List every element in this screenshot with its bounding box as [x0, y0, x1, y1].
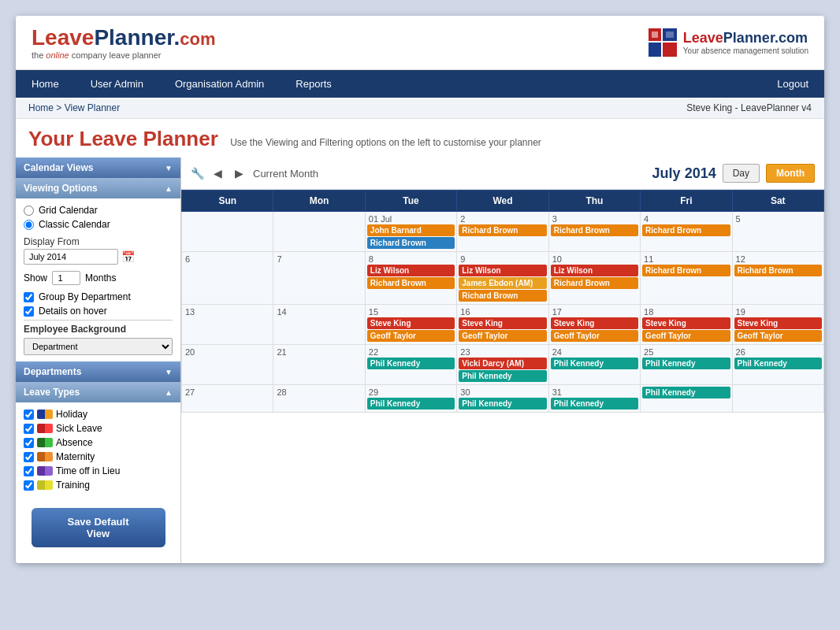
event-bar[interactable]: Vicki Darcy (AM) — [459, 358, 546, 369]
day-view-button[interactable]: Day — [723, 164, 760, 183]
calendar-day-cell[interactable]: 28 — [273, 385, 365, 413]
calendar-day-cell[interactable]: 21 — [273, 345, 365, 385]
calendar-day-cell[interactable]: 27 — [182, 385, 273, 413]
event-bar[interactable]: Richard Brown — [551, 277, 638, 289]
event-bar[interactable]: Phil Kennedy — [642, 358, 730, 369]
month-view-button[interactable]: Month — [766, 164, 815, 183]
event-bar[interactable]: Phil Kennedy — [551, 398, 638, 410]
nav-logout[interactable]: Logout — [761, 70, 824, 98]
leave-type-checkbox-3[interactable] — [24, 452, 34, 462]
event-bar[interactable]: Phil Kennedy — [367, 358, 455, 369]
calendar-day-cell[interactable]: 3Richard Brown — [548, 212, 640, 252]
calendar-day-cell[interactable]: 13 — [182, 305, 273, 345]
event-bar[interactable]: Geoff Taylor — [459, 330, 546, 342]
event-bar[interactable]: Richard Brown — [642, 265, 730, 276]
calendar-day-cell[interactable]: 19Steve KingGeoff Taylor — [732, 305, 823, 345]
event-bar[interactable]: Steve King — [367, 317, 455, 329]
calendar-day-cell[interactable]: 15Steve KingGeoff Taylor — [365, 305, 456, 345]
breadcrumb-home[interactable]: Home — [28, 102, 54, 113]
calendar-day-cell[interactable]: 7 — [273, 252, 365, 305]
event-bar[interactable]: Richard Brown — [459, 224, 546, 236]
calendar-day-cell[interactable]: 11Richard Brown — [641, 252, 732, 305]
leave-type-checkbox-1[interactable] — [24, 424, 34, 434]
employee-bg-select[interactable]: Department — [24, 338, 173, 355]
calendar-day-cell[interactable]: 6 — [182, 252, 273, 305]
group-by-dept-item[interactable]: Group By Department — [24, 291, 173, 302]
calendar-day-cell[interactable]: 22Phil Kennedy — [365, 345, 456, 385]
calendar-day-cell[interactable] — [732, 385, 823, 413]
event-bar[interactable]: Phil Kennedy — [459, 370, 546, 382]
event-bar[interactable]: John Barnard — [367, 224, 455, 236]
calendar-day-cell[interactable] — [182, 212, 273, 252]
event-bar[interactable]: Phil Kennedy — [367, 398, 455, 410]
nav-reports[interactable]: Reports — [280, 70, 348, 98]
nav-home[interactable]: Home — [16, 70, 75, 98]
event-bar[interactable]: Phil Kennedy — [459, 398, 546, 410]
nav-user-admin[interactable]: User Admin — [75, 70, 159, 98]
calendar-day-cell[interactable]: 25Phil Kennedy — [641, 345, 732, 385]
nav-org-admin[interactable]: Organisation Admin — [159, 70, 280, 98]
event-bar[interactable]: Richard Brown — [367, 277, 455, 289]
event-bar[interactable]: James Ebdon (AM) — [459, 277, 546, 289]
save-default-view-button[interactable]: Save DefaultView — [32, 508, 165, 547]
calendar-day-cell[interactable]: 4Richard Brown — [641, 212, 732, 252]
details-on-hover-checkbox[interactable] — [24, 306, 34, 317]
event-bar[interactable]: Richard Brown — [642, 224, 730, 236]
event-bar[interactable]: Phil Kennedy — [642, 387, 730, 398]
leave-types-header[interactable]: Leave Types ▲ — [16, 382, 180, 402]
event-bar[interactable]: Geoff Taylor — [551, 330, 638, 342]
calendar-day-cell[interactable]: 9Liz WilsonJames Ebdon (AM)Richard Brown — [457, 252, 548, 305]
event-bar[interactable]: Phil Kennedy — [551, 358, 638, 369]
event-bar[interactable]: Liz Wilson — [551, 265, 638, 276]
calendar-icon[interactable]: 📅 — [121, 250, 135, 263]
radio-classic-calendar[interactable]: Classic Calendar — [24, 219, 173, 230]
event-bar[interactable]: Geoff Taylor — [642, 330, 730, 342]
calendar-day-cell[interactable]: 26Phil Kennedy — [732, 345, 823, 385]
calendar-day-cell[interactable]: 2Richard Brown — [457, 212, 548, 252]
calendar-day-cell[interactable]: 14 — [273, 305, 365, 345]
radio-grid-input[interactable] — [24, 206, 34, 216]
calendar-day-cell[interactable] — [273, 212, 365, 252]
calendar-day-cell[interactable]: 24Phil Kennedy — [548, 345, 640, 385]
calendar-day-cell[interactable]: 18Steve KingGeoff Taylor — [641, 305, 732, 345]
leave-type-checkbox-4[interactable] — [24, 466, 34, 476]
calendar-day-cell[interactable]: 5 — [732, 212, 823, 252]
calendar-day-cell[interactable]: Phil Kennedy — [641, 385, 732, 413]
event-bar[interactable]: Steve King — [642, 317, 730, 329]
calendar-day-cell[interactable]: 30Phil Kennedy — [457, 385, 548, 413]
calendar-day-cell[interactable]: 8Liz WilsonRichard Brown — [365, 252, 456, 305]
event-bar[interactable]: Steve King — [551, 317, 638, 329]
prev-month-arrow[interactable]: ◀ — [210, 165, 225, 181]
calendar-day-cell[interactable]: 31Phil Kennedy — [548, 385, 640, 413]
leave-type-checkbox-2[interactable] — [24, 438, 34, 448]
event-bar[interactable]: Geoff Taylor — [734, 330, 822, 342]
leave-type-checkbox-5[interactable] — [24, 480, 34, 491]
event-bar[interactable]: Steve King — [734, 317, 822, 329]
calendar-day-cell[interactable]: 29Phil Kennedy — [365, 385, 456, 413]
event-bar[interactable]: Geoff Taylor — [367, 330, 455, 342]
event-bar[interactable]: Liz Wilson — [367, 265, 455, 276]
leave-type-checkbox-0[interactable] — [24, 410, 34, 420]
departments-header[interactable]: Departments ▼ — [16, 361, 180, 382]
viewing-options-header[interactable]: Viewing Options ▲ — [16, 178, 180, 198]
event-bar[interactable]: Steve King — [459, 317, 546, 329]
next-month-arrow[interactable]: ▶ — [232, 165, 247, 181]
months-input[interactable] — [52, 271, 80, 285]
calendar-day-cell[interactable]: 23Vicki Darcy (AM)Phil Kennedy — [457, 345, 548, 385]
event-bar[interactable]: Richard Brown — [551, 224, 638, 236]
calendar-day-cell[interactable]: 20 — [182, 345, 273, 385]
radio-classic-input[interactable] — [24, 220, 34, 230]
display-from-input[interactable] — [24, 249, 118, 265]
event-bar[interactable]: Richard Brown — [459, 290, 546, 302]
event-bar[interactable]: Richard Brown — [367, 237, 455, 249]
calendar-day-cell[interactable]: 01 JulJohn BarnardRichard Brown — [365, 212, 456, 252]
calendar-day-cell[interactable]: 17Steve KingGeoff Taylor — [548, 305, 640, 345]
calendar-day-cell[interactable]: 10Liz WilsonRichard Brown — [548, 252, 640, 305]
calendar-day-cell[interactable]: 12Richard Brown — [732, 252, 823, 305]
event-bar[interactable]: Phil Kennedy — [734, 358, 822, 369]
event-bar[interactable]: Liz Wilson — [459, 265, 546, 276]
group-by-dept-checkbox[interactable] — [24, 292, 34, 302]
calendar-day-cell[interactable]: 16Steve KingGeoff Taylor — [457, 305, 548, 345]
details-on-hover-item[interactable]: Details on hover — [24, 306, 173, 317]
calendar-views-header[interactable]: Calendar Views ▼ — [16, 158, 180, 178]
